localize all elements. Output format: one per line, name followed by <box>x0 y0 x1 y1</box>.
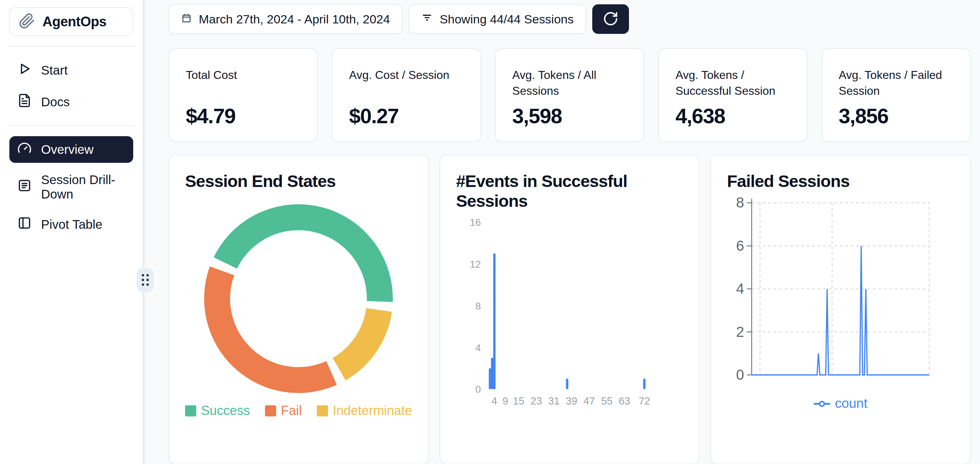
stat-card-avg-tokens-all: Avg. Tokens / All Sessions 3,598 <box>495 48 644 142</box>
line-circle-marker-icon <box>814 396 830 411</box>
legend-label: Indeterminate <box>332 403 412 418</box>
sidebar-item-label: Docs <box>41 95 70 109</box>
brand-name: AgentOps <box>43 14 107 30</box>
sidebar-item-docs[interactable]: Docs <box>10 89 133 115</box>
stat-value: $4.79 <box>186 104 300 128</box>
legend-label: Success <box>201 403 250 418</box>
legend-label: Fail <box>281 403 302 418</box>
legend-item-fail[interactable]: Fail <box>265 403 302 418</box>
session-end-states-card: Session End States Success Fail <box>169 155 429 464</box>
failed-sessions-line-chart[interactable]: 02468 <box>727 195 954 395</box>
pivot-table-icon <box>17 216 32 233</box>
count-legend-label: count <box>835 396 868 411</box>
date-range-label: March 27th, 2024 - April 10th, 2024 <box>199 12 390 26</box>
donut-legend: Success Fail Indeterminate <box>185 403 412 418</box>
sessions-filter-button[interactable]: Showing 44/44 Sessions <box>409 4 586 34</box>
svg-text:63: 63 <box>619 395 630 407</box>
success-swatch-icon <box>185 405 196 416</box>
events-histogram-card: #Events in Successful Sessions 048121649… <box>440 155 700 464</box>
stat-cards-row: Total Cost $4.79 Avg. Cost / Session $0.… <box>169 48 970 142</box>
sidebar-item-session-drill-down[interactable]: Session Drill-Down <box>10 168 133 206</box>
drag-handle-icon <box>142 274 149 286</box>
sidebar: AgentOps Start Docs Overview <box>0 0 145 464</box>
refresh-icon <box>603 11 619 28</box>
svg-text:9: 9 <box>502 395 508 407</box>
svg-text:72: 72 <box>638 395 650 407</box>
failed-sessions-card: Failed Sessions 02468 count <box>710 155 970 464</box>
play-icon <box>17 62 32 79</box>
svg-text:15: 15 <box>513 395 524 407</box>
count-legend[interactable]: count <box>727 396 954 411</box>
sidebar-item-label: Overview <box>41 142 94 157</box>
sidebar-item-label: Start <box>41 63 68 77</box>
legend-item-indeterminate[interactable]: Indeterminate <box>317 403 412 418</box>
svg-text:4: 4 <box>492 395 497 407</box>
svg-text:0: 0 <box>475 384 480 395</box>
stat-label: Total Cost <box>186 67 300 104</box>
stat-value: 3,598 <box>512 104 627 128</box>
stat-card-avg-cost-session: Avg. Cost / Session $0.27 <box>332 48 480 142</box>
sidebar-item-overview[interactable]: Overview <box>10 136 133 163</box>
legend-item-success[interactable]: Success <box>185 403 250 418</box>
refresh-button[interactable] <box>592 4 629 34</box>
events-bar-chart[interactable]: 0481216491523313947556372 <box>456 215 683 416</box>
stat-card-avg-tokens-successful: Avg. Tokens / Successful Session 4,638 <box>658 48 807 142</box>
svg-text:8: 8 <box>475 300 480 312</box>
svg-text:31: 31 <box>548 395 560 407</box>
stat-value: 4,638 <box>675 104 790 128</box>
stat-value: $0.27 <box>349 104 463 128</box>
brand-logo[interactable]: AgentOps <box>10 7 133 36</box>
stat-card-avg-tokens-failed: Avg. Tokens / Failed Session 3,856 <box>822 48 970 142</box>
svg-text:23: 23 <box>530 395 542 407</box>
charts-row: Session End States Success Fail <box>169 155 970 464</box>
agentops-dashboard: AgentOps Start Docs Overview <box>0 0 980 464</box>
donut-chart[interactable] <box>185 196 412 400</box>
svg-text:6: 6 <box>736 238 744 254</box>
sidebar-item-start[interactable]: Start <box>10 57 133 84</box>
svg-text:2: 2 <box>736 324 744 340</box>
paperclip-logo-icon <box>19 13 35 30</box>
sidebar-item-pivot-table[interactable]: Pivot Table <box>10 211 133 238</box>
session-list-icon <box>17 178 32 196</box>
stat-label: Avg. Cost / Session <box>349 67 463 104</box>
svg-text:8: 8 <box>736 195 744 211</box>
sidebar-divider <box>7 46 135 47</box>
stat-label: Avg. Tokens / Failed Session <box>839 67 953 104</box>
stat-card-total-cost: Total Cost $4.79 <box>169 48 318 142</box>
sidebar-item-label: Pivot Table <box>41 217 103 232</box>
svg-text:12: 12 <box>469 259 480 270</box>
calendar-icon <box>181 12 192 26</box>
chart-title: #Events in Successful Sessions <box>456 171 683 211</box>
topbar: March 27th, 2024 - April 10th, 2024 Show… <box>169 4 970 34</box>
gauge-icon <box>17 141 32 158</box>
indeterminate-swatch-icon <box>317 405 328 416</box>
date-range-button[interactable]: March 27th, 2024 - April 10th, 2024 <box>169 4 402 34</box>
chart-title: Failed Sessions <box>727 171 954 191</box>
svg-text:16: 16 <box>469 217 480 228</box>
stat-value: 3,856 <box>839 104 953 128</box>
filter-icon <box>421 12 433 26</box>
svg-text:55: 55 <box>601 395 612 407</box>
main-content: March 27th, 2024 - April 10th, 2024 Show… <box>145 0 980 464</box>
docs-icon <box>17 93 32 111</box>
fail-swatch-icon <box>265 405 276 416</box>
sidebar-item-label: Session Drill-Down <box>41 172 125 201</box>
svg-text:0: 0 <box>736 367 744 383</box>
sessions-filter-label: Showing 44/44 Sessions <box>440 12 574 26</box>
stat-label: Avg. Tokens / Successful Session <box>675 67 790 104</box>
chart-title: Session End States <box>185 171 412 191</box>
sidebar-divider <box>7 125 135 126</box>
sidebar-resize-handle[interactable] <box>137 268 154 292</box>
svg-text:4: 4 <box>475 342 480 353</box>
svg-text:39: 39 <box>566 395 577 407</box>
svg-text:4: 4 <box>736 281 744 297</box>
svg-text:47: 47 <box>583 395 595 407</box>
stat-label: Avg. Tokens / All Sessions <box>512 67 627 104</box>
